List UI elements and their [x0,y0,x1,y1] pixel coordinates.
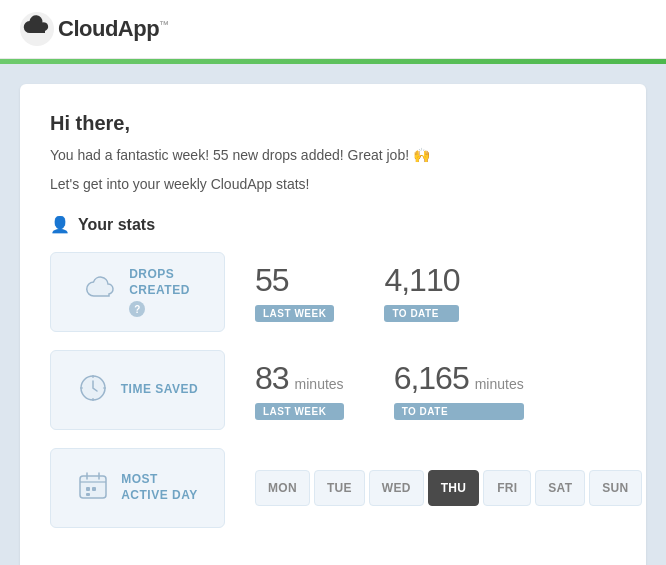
header: CloudApp™ [0,0,666,59]
svg-rect-4 [92,487,96,491]
cloudapp-logo-mark [20,12,54,46]
greeting-text: Hi there, [50,112,616,135]
time-to-date-badge: TO DATE [394,403,524,420]
main-container: Hi there, You had a fantastic week! 55 n… [0,64,666,565]
day-btn-thu[interactable]: THU [428,470,480,506]
time-last-week-badge: LAST WEEK [255,403,344,420]
day-btn-tue[interactable]: TUE [314,470,365,506]
time-to-date-number: 6,165 [394,360,469,397]
day-selector: MONTUEWEDTHUFRISATSUN [225,470,642,506]
day-btn-sun[interactable]: SUN [589,470,641,506]
time-saved-label-box: TIME SAVED [50,350,225,430]
message-text: You had a fantastic week! 55 new drops a… [50,145,616,166]
day-btn-mon[interactable]: MON [255,470,310,506]
drops-help-icon[interactable]: ? [129,301,145,317]
time-saved-row: TIME SAVED 83 minutes LAST WEEK 6,165 mi… [50,350,616,430]
cloud-icon [85,274,117,310]
time-to-date-group: 6,165 minutes TO DATE [394,360,524,420]
calendar-icon [77,470,109,506]
person-icon: 👤 [50,215,70,234]
time-to-date-unit: minutes [475,376,524,392]
drops-created-label: DROPS CREATED ? [129,267,190,317]
day-btn-wed[interactable]: WED [369,470,424,506]
clock-icon [77,372,109,408]
drops-to-date-number: 4,110 [384,262,459,299]
day-btn-sat[interactable]: SAT [535,470,585,506]
time-last-week-group: 83 minutes LAST WEEK [255,360,344,420]
most-active-day-label: MOST ACTIVE DAY [121,472,198,503]
time-saved-numbers: 83 minutes LAST WEEK 6,165 minutes TO DA… [225,360,524,420]
section-title: 👤 Your stats [50,215,616,234]
day-btn-fri[interactable]: FRI [483,470,531,506]
drops-last-week-number: 55 [255,262,289,299]
time-last-week-unit: minutes [295,376,344,392]
sub-message-text: Let's get into your weekly CloudApp stat… [50,174,616,195]
drops-to-date-badge: TO DATE [384,305,459,322]
drops-created-label-box: DROPS CREATED ? [50,252,225,332]
drops-created-numbers: 55 LAST WEEK 4,110 TO DATE [225,262,459,322]
stats-card: Hi there, You had a fantastic week! 55 n… [20,84,646,565]
most-active-day-label-box: MOST ACTIVE DAY [50,448,225,528]
svg-rect-3 [86,487,90,491]
drops-created-row: DROPS CREATED ? 55 LAST WEEK 4,110 TO DA… [50,252,616,332]
drops-last-week-group: 55 LAST WEEK [255,262,334,322]
logo-text: CloudApp™ [58,16,169,42]
drops-to-date-group: 4,110 TO DATE [384,262,459,322]
time-last-week-number: 83 [255,360,289,397]
time-saved-label: TIME SAVED [121,382,198,398]
most-active-day-row: MOST ACTIVE DAY MONTUEWEDTHUFRISATSUN [50,448,616,528]
svg-rect-5 [86,493,90,496]
drops-last-week-badge: LAST WEEK [255,305,334,322]
